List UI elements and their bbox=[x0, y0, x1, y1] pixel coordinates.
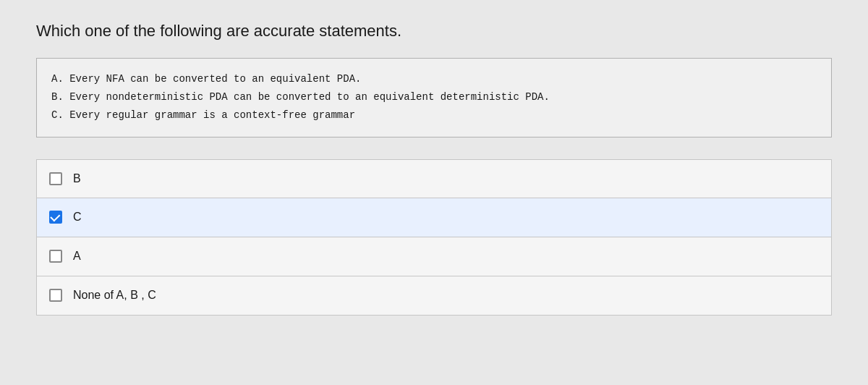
answer-row-c[interactable]: C bbox=[36, 198, 832, 237]
page-wrapper: Which one of the following are accurate … bbox=[36, 22, 832, 316]
answer-row-none[interactable]: None of A, B , C bbox=[36, 276, 832, 316]
question-title: Which one of the following are accurate … bbox=[36, 22, 832, 41]
answer-row-b[interactable]: B bbox=[36, 159, 832, 198]
checkbox-a[interactable] bbox=[48, 249, 63, 263]
page-container: Which one of the following are accurate … bbox=[0, 0, 868, 385]
answer-label-a: A bbox=[73, 250, 81, 263]
checkbox-c[interactable] bbox=[48, 210, 63, 224]
checkbox-unchecked-b bbox=[49, 172, 62, 185]
question-options-box: A. Every NFA can be converted to an equi… bbox=[36, 58, 832, 138]
answer-label-none: None of A, B , C bbox=[73, 289, 156, 302]
option-line-c: C. Every regular grammar is a context-fr… bbox=[51, 106, 817, 124]
answer-label-b: B bbox=[73, 172, 81, 185]
checkbox-unchecked-none bbox=[49, 289, 62, 302]
checkbox-checked-c bbox=[49, 211, 62, 224]
option-line-a: A. Every NFA can be converted to an equi… bbox=[51, 70, 817, 88]
answer-options-list: B C A None of A, B , C bbox=[36, 159, 832, 316]
checkbox-b[interactable] bbox=[48, 172, 63, 186]
checkbox-unchecked-a bbox=[49, 250, 62, 263]
answer-row-a[interactable]: A bbox=[36, 237, 832, 276]
checkbox-none[interactable] bbox=[48, 288, 63, 302]
option-line-b: B. Every nondeterministic PDA can be con… bbox=[51, 88, 817, 106]
answer-label-c: C bbox=[73, 211, 82, 224]
